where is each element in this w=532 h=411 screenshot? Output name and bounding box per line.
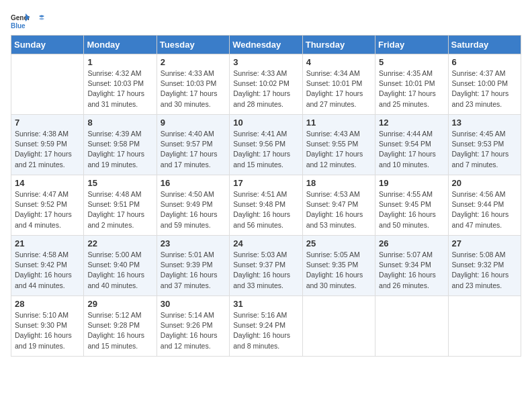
day-info: Sunrise: 4:39 AMSunset: 9:58 PMDaylight:… [87, 129, 152, 170]
calendar-cell: 3Sunrise: 4:33 AMSunset: 10:02 PMDayligh… [230, 54, 302, 115]
day-number: 25 [306, 238, 371, 248]
header: General Blue [11, 11, 521, 30]
day-number: 2 [161, 57, 226, 67]
calendar-cell: 17Sunrise: 4:51 AMSunset: 9:48 PMDayligh… [230, 175, 302, 236]
calendar-cell: 1Sunrise: 4:32 AMSunset: 10:03 PMDayligh… [84, 54, 157, 115]
day-info: Sunrise: 5:01 AMSunset: 9:39 PMDaylight:… [161, 250, 226, 291]
calendar-cell: 11Sunrise: 4:43 AMSunset: 9:55 PMDayligh… [302, 115, 375, 175]
calendar-cell: 16Sunrise: 4:50 AMSunset: 9:49 PMDayligh… [157, 175, 229, 236]
day-info: Sunrise: 4:48 AMSunset: 9:51 PMDaylight:… [87, 189, 152, 230]
day-number: 9 [161, 118, 226, 128]
day-number: 12 [379, 118, 444, 128]
calendar-cell: 21Sunrise: 4:58 AMSunset: 9:42 PMDayligh… [11, 236, 84, 296]
calendar-cell: 10Sunrise: 4:41 AMSunset: 9:56 PMDayligh… [230, 115, 302, 175]
day-number: 16 [161, 178, 226, 188]
day-info: Sunrise: 4:34 AMSunset: 10:01 PMDaylight… [306, 68, 371, 109]
day-info: Sunrise: 4:51 AMSunset: 9:48 PMDaylight:… [233, 189, 298, 230]
day-number: 20 [452, 178, 517, 188]
day-number: 31 [233, 299, 298, 309]
day-info: Sunrise: 5:16 AMSunset: 9:24 PMDaylight:… [233, 310, 298, 351]
calendar-cell: 2Sunrise: 4:33 AMSunset: 10:03 PMDayligh… [157, 54, 229, 115]
day-number: 23 [161, 238, 226, 248]
day-info: Sunrise: 5:07 AMSunset: 9:34 PMDaylight:… [379, 250, 444, 291]
day-info: Sunrise: 4:38 AMSunset: 9:59 PMDaylight:… [15, 129, 80, 170]
day-info: Sunrise: 4:35 AMSunset: 10:01 PMDaylight… [379, 68, 444, 109]
day-number: 21 [15, 238, 80, 248]
logo-wave-icon [33, 14, 45, 26]
day-number: 30 [161, 299, 226, 309]
calendar-cell: 14Sunrise: 4:47 AMSunset: 9:52 PMDayligh… [11, 175, 84, 236]
day-number: 4 [306, 57, 371, 67]
day-number: 14 [15, 178, 80, 188]
header-day-sunday: Sunday [11, 36, 84, 54]
day-info: Sunrise: 4:56 AMSunset: 9:44 PMDaylight:… [452, 189, 517, 230]
day-info: Sunrise: 4:53 AMSunset: 9:47 PMDaylight:… [306, 189, 371, 230]
calendar-cell: 8Sunrise: 4:39 AMSunset: 9:58 PMDaylight… [84, 115, 157, 175]
day-number: 8 [87, 118, 152, 128]
calendar-cell: 13Sunrise: 4:45 AMSunset: 9:53 PMDayligh… [448, 115, 521, 175]
calendar-week-row: 14Sunrise: 4:47 AMSunset: 9:52 PMDayligh… [11, 175, 521, 236]
calendar-cell: 31Sunrise: 5:16 AMSunset: 9:24 PMDayligh… [230, 296, 302, 357]
calendar-cell: 23Sunrise: 5:01 AMSunset: 9:39 PMDayligh… [157, 236, 229, 296]
calendar-cell: 6Sunrise: 4:37 AMSunset: 10:00 PMDayligh… [448, 54, 521, 115]
header-day-friday: Friday [375, 36, 448, 54]
day-number: 7 [15, 118, 80, 128]
day-info: Sunrise: 4:55 AMSunset: 9:45 PMDaylight:… [379, 189, 444, 230]
day-info: Sunrise: 4:43 AMSunset: 9:55 PMDaylight:… [306, 129, 371, 170]
day-number: 10 [233, 118, 298, 128]
day-info: Sunrise: 4:40 AMSunset: 9:57 PMDaylight:… [161, 129, 226, 170]
calendar-cell: 4Sunrise: 4:34 AMSunset: 10:01 PMDayligh… [302, 54, 375, 115]
day-info: Sunrise: 4:41 AMSunset: 9:56 PMDaylight:… [233, 129, 298, 170]
day-info: Sunrise: 4:50 AMSunset: 9:49 PMDaylight:… [161, 189, 226, 230]
day-number: 28 [15, 299, 80, 309]
day-number: 24 [233, 238, 298, 248]
day-info: Sunrise: 4:45 AMSunset: 9:53 PMDaylight:… [452, 129, 517, 170]
calendar-cell [448, 296, 521, 357]
calendar-cell: 18Sunrise: 4:53 AMSunset: 9:47 PMDayligh… [302, 175, 375, 236]
calendar-cell: 19Sunrise: 4:55 AMSunset: 9:45 PMDayligh… [375, 175, 448, 236]
day-number: 13 [452, 118, 517, 128]
calendar-cell: 27Sunrise: 5:08 AMSunset: 9:32 PMDayligh… [448, 236, 521, 296]
day-number: 11 [306, 118, 371, 128]
day-info: Sunrise: 4:32 AMSunset: 10:03 PMDaylight… [87, 68, 152, 109]
calendar-cell: 7Sunrise: 4:38 AMSunset: 9:59 PMDaylight… [11, 115, 84, 175]
calendar-cell: 5Sunrise: 4:35 AMSunset: 10:01 PMDayligh… [375, 54, 448, 115]
header-day-wednesday: Wednesday [230, 36, 302, 54]
calendar-week-row: 21Sunrise: 4:58 AMSunset: 9:42 PMDayligh… [11, 236, 521, 296]
header-day-monday: Monday [84, 36, 157, 54]
calendar-cell [11, 54, 84, 115]
day-info: Sunrise: 5:03 AMSunset: 9:37 PMDaylight:… [233, 250, 298, 291]
day-number: 26 [379, 238, 444, 248]
calendar-cell: 12Sunrise: 4:44 AMSunset: 9:54 PMDayligh… [375, 115, 448, 175]
day-number: 29 [87, 299, 152, 309]
day-info: Sunrise: 5:05 AMSunset: 9:35 PMDaylight:… [306, 250, 371, 291]
day-info: Sunrise: 4:44 AMSunset: 9:54 PMDaylight:… [379, 129, 444, 170]
day-info: Sunrise: 4:47 AMSunset: 9:52 PMDaylight:… [15, 189, 80, 230]
calendar-week-row: 1Sunrise: 4:32 AMSunset: 10:03 PMDayligh… [11, 54, 521, 115]
calendar-cell: 9Sunrise: 4:40 AMSunset: 9:57 PMDaylight… [157, 115, 229, 175]
day-number: 17 [233, 178, 298, 188]
day-info: Sunrise: 4:33 AMSunset: 10:02 PMDaylight… [233, 68, 298, 109]
logo: General Blue [11, 11, 47, 30]
day-number: 18 [306, 178, 371, 188]
day-number: 19 [379, 178, 444, 188]
header-day-thursday: Thursday [302, 36, 375, 54]
calendar-cell: 22Sunrise: 5:00 AMSunset: 9:40 PMDayligh… [84, 236, 157, 296]
day-number: 1 [87, 57, 152, 67]
calendar-cell [375, 296, 448, 357]
header-day-tuesday: Tuesday [157, 36, 229, 54]
day-info: Sunrise: 4:33 AMSunset: 10:03 PMDaylight… [161, 68, 226, 109]
day-info: Sunrise: 4:37 AMSunset: 10:00 PMDaylight… [452, 68, 517, 109]
day-info: Sunrise: 5:12 AMSunset: 9:28 PMDaylight:… [87, 310, 152, 351]
day-info: Sunrise: 5:08 AMSunset: 9:32 PMDaylight:… [452, 250, 517, 291]
calendar-cell: 26Sunrise: 5:07 AMSunset: 9:34 PMDayligh… [375, 236, 448, 296]
calendar-cell: 25Sunrise: 5:05 AMSunset: 9:35 PMDayligh… [302, 236, 375, 296]
calendar-week-row: 28Sunrise: 5:10 AMSunset: 9:30 PMDayligh… [11, 296, 521, 357]
day-number: 3 [233, 57, 298, 67]
day-number: 6 [452, 57, 517, 67]
svg-text:Blue: Blue [11, 22, 26, 30]
day-number: 15 [87, 178, 152, 188]
day-info: Sunrise: 4:58 AMSunset: 9:42 PMDaylight:… [15, 250, 80, 291]
day-number: 22 [87, 238, 152, 248]
calendar-cell: 15Sunrise: 4:48 AMSunset: 9:51 PMDayligh… [84, 175, 157, 236]
